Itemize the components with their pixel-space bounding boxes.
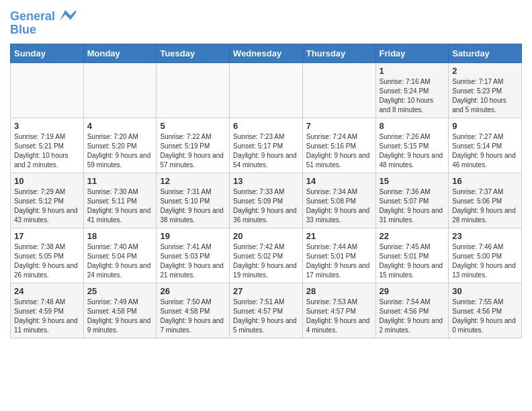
calendar-cell	[230, 63, 303, 118]
day-info: Sunrise: 7:49 AM Sunset: 4:58 PM Dayligh…	[87, 298, 153, 335]
day-info: Sunrise: 7:50 AM Sunset: 4:58 PM Dayligh…	[160, 298, 226, 335]
day-info: Sunrise: 7:17 AM Sunset: 5:23 PM Dayligh…	[452, 77, 518, 115]
logo: General Blue	[10, 10, 76, 37]
calendar-cell: 18Sunrise: 7:40 AM Sunset: 5:04 PM Dayli…	[83, 228, 157, 283]
calendar-cell: 16Sunrise: 7:37 AM Sunset: 5:06 PM Dayli…	[449, 173, 522, 228]
weekday-header-tuesday: Tuesday	[157, 44, 230, 63]
day-number: 1	[380, 66, 445, 76]
calendar-cell: 25Sunrise: 7:49 AM Sunset: 4:58 PM Dayli…	[83, 283, 157, 338]
calendar-body: 1Sunrise: 7:16 AM Sunset: 5:24 PM Daylig…	[11, 63, 522, 338]
day-number: 21	[306, 231, 372, 241]
day-number: 5	[160, 121, 226, 131]
calendar-cell: 30Sunrise: 7:55 AM Sunset: 4:56 PM Dayli…	[449, 283, 522, 338]
weekday-header-monday: Monday	[83, 44, 157, 63]
day-info: Sunrise: 7:42 AM Sunset: 5:02 PM Dayligh…	[233, 242, 299, 280]
calendar-header: SundayMondayTuesdayWednesdayThursdayFrid…	[11, 44, 522, 63]
day-number: 7	[306, 121, 372, 131]
calendar-cell: 11Sunrise: 7:30 AM Sunset: 5:11 PM Dayli…	[83, 173, 157, 228]
calendar-cell: 6Sunrise: 7:23 AM Sunset: 5:17 PM Daylig…	[230, 118, 303, 173]
calendar-cell: 14Sunrise: 7:34 AM Sunset: 5:08 PM Dayli…	[302, 173, 375, 228]
day-info: Sunrise: 7:55 AM Sunset: 4:56 PM Dayligh…	[452, 298, 518, 335]
day-info: Sunrise: 7:48 AM Sunset: 4:59 PM Dayligh…	[14, 298, 80, 335]
calendar-cell: 4Sunrise: 7:20 AM Sunset: 5:20 PM Daylig…	[83, 118, 157, 173]
calendar-cell	[11, 63, 84, 118]
calendar-cell: 19Sunrise: 7:41 AM Sunset: 5:03 PM Dayli…	[157, 228, 230, 283]
day-info: Sunrise: 7:24 AM Sunset: 5:16 PM Dayligh…	[306, 132, 372, 170]
day-number: 17	[14, 231, 80, 241]
calendar-cell: 28Sunrise: 7:53 AM Sunset: 4:57 PM Dayli…	[302, 283, 375, 338]
calendar-cell: 2Sunrise: 7:17 AM Sunset: 5:23 PM Daylig…	[449, 63, 522, 118]
day-info: Sunrise: 7:31 AM Sunset: 5:10 PM Dayligh…	[160, 187, 226, 225]
weekday-header-wednesday: Wednesday	[230, 44, 303, 63]
day-number: 25	[87, 286, 153, 296]
header-row: SundayMondayTuesdayWednesdayThursdayFrid…	[11, 44, 522, 63]
day-info: Sunrise: 7:37 AM Sunset: 5:06 PM Dayligh…	[452, 187, 518, 225]
day-number: 24	[14, 286, 80, 296]
day-info: Sunrise: 7:27 AM Sunset: 5:14 PM Dayligh…	[452, 132, 518, 170]
day-number: 3	[14, 121, 80, 131]
day-info: Sunrise: 7:45 AM Sunset: 5:01 PM Dayligh…	[380, 242, 445, 280]
day-info: Sunrise: 7:44 AM Sunset: 5:01 PM Dayligh…	[306, 242, 372, 280]
day-info: Sunrise: 7:34 AM Sunset: 5:08 PM Dayligh…	[306, 187, 372, 225]
weekday-header-saturday: Saturday	[449, 44, 522, 63]
day-number: 20	[233, 231, 299, 241]
day-info: Sunrise: 7:26 AM Sunset: 5:15 PM Dayligh…	[380, 132, 445, 170]
calendar-week-2: 3Sunrise: 7:19 AM Sunset: 5:21 PM Daylig…	[11, 118, 522, 173]
weekday-header-thursday: Thursday	[302, 44, 375, 63]
calendar-cell: 9Sunrise: 7:27 AM Sunset: 5:14 PM Daylig…	[449, 118, 522, 173]
day-info: Sunrise: 7:20 AM Sunset: 5:20 PM Dayligh…	[87, 132, 153, 170]
day-number: 18	[87, 231, 153, 241]
day-number: 30	[452, 286, 518, 296]
day-number: 2	[452, 66, 518, 76]
logo-text: General	[10, 10, 76, 24]
day-info: Sunrise: 7:38 AM Sunset: 5:05 PM Dayligh…	[14, 242, 80, 280]
day-info: Sunrise: 7:36 AM Sunset: 5:07 PM Dayligh…	[380, 187, 445, 225]
calendar-cell: 20Sunrise: 7:42 AM Sunset: 5:02 PM Dayli…	[230, 228, 303, 283]
day-info: Sunrise: 7:19 AM Sunset: 5:21 PM Dayligh…	[14, 132, 80, 170]
day-number: 9	[452, 121, 518, 131]
svg-marker-0	[60, 10, 76, 21]
calendar-cell: 22Sunrise: 7:45 AM Sunset: 5:01 PM Dayli…	[375, 228, 449, 283]
calendar-week-5: 24Sunrise: 7:48 AM Sunset: 4:59 PM Dayli…	[11, 283, 522, 338]
calendar-cell: 5Sunrise: 7:22 AM Sunset: 5:19 PM Daylig…	[157, 118, 230, 173]
calendar-cell: 23Sunrise: 7:46 AM Sunset: 5:00 PM Dayli…	[449, 228, 522, 283]
day-info: Sunrise: 7:33 AM Sunset: 5:09 PM Dayligh…	[233, 187, 299, 225]
day-info: Sunrise: 7:30 AM Sunset: 5:11 PM Dayligh…	[87, 187, 153, 225]
day-info: Sunrise: 7:22 AM Sunset: 5:19 PM Dayligh…	[160, 132, 226, 170]
calendar-cell: 10Sunrise: 7:29 AM Sunset: 5:12 PM Dayli…	[11, 173, 84, 228]
day-number: 6	[233, 121, 299, 131]
page-header: General Blue	[10, 10, 522, 37]
day-number: 11	[87, 176, 153, 186]
day-info: Sunrise: 7:40 AM Sunset: 5:04 PM Dayligh…	[87, 242, 153, 280]
day-number: 13	[233, 176, 299, 186]
calendar-cell: 26Sunrise: 7:50 AM Sunset: 4:58 PM Dayli…	[157, 283, 230, 338]
day-info: Sunrise: 7:54 AM Sunset: 4:56 PM Dayligh…	[380, 298, 445, 335]
calendar-cell: 13Sunrise: 7:33 AM Sunset: 5:09 PM Dayli…	[230, 173, 303, 228]
calendar-cell: 12Sunrise: 7:31 AM Sunset: 5:10 PM Dayli…	[157, 173, 230, 228]
day-info: Sunrise: 7:23 AM Sunset: 5:17 PM Dayligh…	[233, 132, 299, 170]
page-container: General Blue SundayMondayTuesdayWednesda…	[0, 0, 532, 345]
calendar-cell: 7Sunrise: 7:24 AM Sunset: 5:16 PM Daylig…	[302, 118, 375, 173]
day-number: 15	[380, 176, 445, 186]
weekday-header-sunday: Sunday	[11, 44, 84, 63]
calendar-table: SundayMondayTuesdayWednesdayThursdayFrid…	[10, 44, 522, 338]
calendar-cell: 1Sunrise: 7:16 AM Sunset: 5:24 PM Daylig…	[375, 63, 449, 118]
day-number: 29	[380, 286, 445, 296]
calendar-cell: 29Sunrise: 7:54 AM Sunset: 4:56 PM Dayli…	[375, 283, 449, 338]
calendar-week-1: 1Sunrise: 7:16 AM Sunset: 5:24 PM Daylig…	[11, 63, 522, 118]
day-number: 12	[160, 176, 226, 186]
day-info: Sunrise: 7:46 AM Sunset: 5:00 PM Dayligh…	[452, 242, 518, 280]
day-number: 4	[87, 121, 153, 131]
day-info: Sunrise: 7:16 AM Sunset: 5:24 PM Dayligh…	[380, 77, 445, 115]
weekday-header-friday: Friday	[375, 44, 449, 63]
day-number: 19	[160, 231, 226, 241]
day-info: Sunrise: 7:29 AM Sunset: 5:12 PM Dayligh…	[14, 187, 80, 225]
day-number: 10	[14, 176, 80, 186]
calendar-cell: 24Sunrise: 7:48 AM Sunset: 4:59 PM Dayli…	[11, 283, 84, 338]
day-number: 27	[233, 286, 299, 296]
day-info: Sunrise: 7:41 AM Sunset: 5:03 PM Dayligh…	[160, 242, 226, 280]
calendar-cell: 8Sunrise: 7:26 AM Sunset: 5:15 PM Daylig…	[375, 118, 449, 173]
calendar-week-3: 10Sunrise: 7:29 AM Sunset: 5:12 PM Dayli…	[11, 173, 522, 228]
day-number: 16	[452, 176, 518, 186]
calendar-cell: 21Sunrise: 7:44 AM Sunset: 5:01 PM Dayli…	[302, 228, 375, 283]
